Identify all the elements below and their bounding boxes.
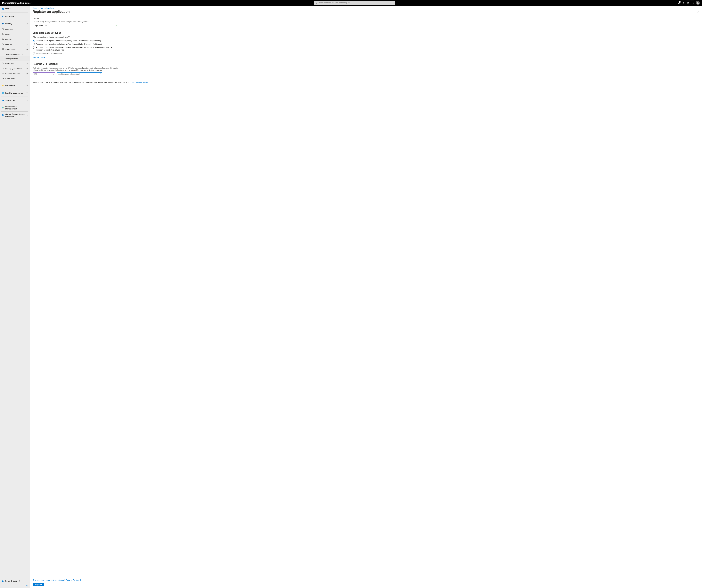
- svg-point-35: [2, 580, 3, 581]
- account-type-option-3[interactable]: Personal Microsoft accounts only: [32, 52, 148, 54]
- sidebar-label: App registrations: [4, 58, 18, 60]
- search-input[interactable]: [314, 1, 395, 5]
- chevron-down-icon: [26, 67, 28, 69]
- settings-icon[interactable]: [682, 2, 685, 4]
- radio-icon: [32, 39, 35, 42]
- svg-point-23: [2, 79, 2, 79]
- name-input[interactable]: [32, 24, 118, 27]
- notifications-icon[interactable]: 1: [678, 2, 680, 4]
- account-types-title: Supported account types: [32, 32, 148, 34]
- policies-link[interactable]: By proceeding, you agree to the Microsof…: [32, 579, 79, 581]
- more-actions-button[interactable]: ⋯: [72, 10, 74, 13]
- chevron-down-icon: [26, 85, 28, 86]
- breadcrumb: Home › App registrations ›: [30, 6, 702, 10]
- account-type-option-2[interactable]: Accounts in any organizational directory…: [32, 46, 148, 51]
- chevron-down-icon: [26, 92, 28, 94]
- user-icon: [2, 33, 4, 35]
- sidebar-permissions[interactable]: Permissions Management: [0, 105, 30, 111]
- redirect-uri-input[interactable]: [57, 72, 102, 76]
- sidebar-home[interactable]: Home: [0, 6, 30, 12]
- redirect-title: Redirect URI (optional): [32, 62, 148, 65]
- redirect-section: Redirect URI (optional) We'll return the…: [32, 62, 148, 76]
- sidebar-external-identities[interactable]: External Identities: [0, 71, 30, 76]
- search-icon: [315, 2, 317, 4]
- support-icon: [2, 580, 4, 582]
- help-me-choose-link[interactable]: Help me choose...: [32, 56, 47, 58]
- radio-label: Accounts in this organizational director…: [36, 39, 101, 42]
- feedback-icon[interactable]: [692, 2, 694, 4]
- svg-rect-22: [3, 73, 4, 74]
- chevron-down-icon: [53, 73, 54, 75]
- svg-point-5: [697, 2, 698, 3]
- platform-select[interactable]: Web: [32, 72, 55, 76]
- divider: [1, 577, 28, 577]
- sidebar-overview[interactable]: Overview: [0, 27, 30, 32]
- svg-point-24: [3, 79, 3, 79]
- account-type-option-1[interactable]: Accounts in any organizational directory…: [32, 43, 148, 45]
- brand-label: Microsoft Entra admin center: [2, 2, 31, 4]
- collapse-sidebar-button[interactable]: [0, 584, 30, 588]
- sidebar-protection-top[interactable]: Protection: [0, 83, 30, 89]
- avatar[interactable]: [696, 1, 700, 5]
- close-button[interactable]: [697, 11, 699, 13]
- radio-label: Accounts in any organizational directory…: [36, 46, 117, 51]
- register-bar: By proceeding, you agree to the Microsof…: [30, 577, 702, 588]
- sidebar-users[interactable]: Users: [0, 32, 30, 37]
- top-bar: Microsoft Entra admin center 1 DEFAULT D…: [0, 0, 702, 6]
- sidebar-groups[interactable]: Groups: [0, 37, 30, 42]
- sidebar-label: Identity governance: [5, 67, 22, 69]
- help-icon[interactable]: [687, 2, 689, 4]
- svg-rect-16: [2, 49, 3, 50]
- breadcrumb-home[interactable]: Home: [32, 7, 37, 9]
- sidebar-label: Show more: [5, 78, 15, 80]
- redirect-hint: We'll return the authentication response…: [32, 67, 118, 71]
- devices-icon: [2, 43, 4, 45]
- svg-rect-21: [2, 73, 3, 74]
- sidebar-app-registrations[interactable]: App registrations: [0, 56, 30, 61]
- sidebar-identity[interactable]: Identity: [0, 20, 30, 27]
- sidebar-id-gov-top[interactable]: Identity governance: [0, 90, 30, 96]
- sidebar-applications[interactable]: Applications: [0, 47, 30, 52]
- sidebar-devices[interactable]: Devices: [0, 42, 30, 47]
- sidebar-label: Global Secure Access (Preview): [5, 113, 27, 117]
- svg-rect-31: [2, 100, 4, 101]
- main-panel: Home › App registrations › Register an a…: [30, 6, 702, 588]
- chevron-up-icon: [26, 23, 28, 24]
- account-type-option-0[interactable]: Accounts in this organizational director…: [32, 39, 148, 42]
- info-icon: [2, 28, 4, 30]
- chevron-down-icon: [26, 100, 28, 101]
- lock-icon: [2, 62, 4, 64]
- svg-rect-29: [3, 93, 3, 93]
- divider: [1, 104, 28, 104]
- svg-rect-15: [3, 48, 4, 49]
- divider: [1, 82, 28, 82]
- register-button[interactable]: Register: [32, 583, 44, 586]
- breadcrumb-app-reg[interactable]: App registrations: [40, 7, 54, 9]
- apps-icon: [2, 48, 4, 50]
- enterprise-apps-link[interactable]: Enterprise applications: [130, 82, 147, 84]
- sidebar-protection[interactable]: Protection: [0, 61, 30, 66]
- svg-point-25: [3, 79, 4, 79]
- sidebar-id-governance[interactable]: Identity governance: [0, 66, 30, 71]
- sidebar-verified-id[interactable]: Verified ID: [0, 97, 30, 104]
- name-hint: The user-facing display name for this ap…: [32, 21, 148, 23]
- home-icon: [2, 8, 4, 10]
- sidebar-show-more[interactable]: Show more: [0, 76, 30, 81]
- sidebar-favorites[interactable]: Favorites: [0, 13, 30, 19]
- page-title: Register an application: [32, 10, 70, 14]
- identity-icon: [2, 22, 4, 25]
- svg-point-26: [3, 85, 3, 86]
- sidebar-learn-support[interactable]: Learn & support: [0, 578, 30, 584]
- svg-line-1: [316, 3, 317, 4]
- account-types-question: Who can use this application or access t…: [32, 36, 148, 38]
- external-link-icon: [80, 579, 81, 581]
- verified-icon: [2, 99, 4, 102]
- collapse-icon: [26, 585, 28, 587]
- globe-icon: [2, 114, 4, 116]
- groups-icon: [2, 38, 4, 40]
- divider: [1, 20, 28, 20]
- svg-point-10: [2, 39, 3, 39]
- sidebar-global-secure[interactable]: Global Secure Access (Preview): [0, 112, 30, 118]
- sidebar-enterprise-apps[interactable]: Enterprise applications: [0, 52, 30, 56]
- chevron-down-icon: [26, 73, 28, 75]
